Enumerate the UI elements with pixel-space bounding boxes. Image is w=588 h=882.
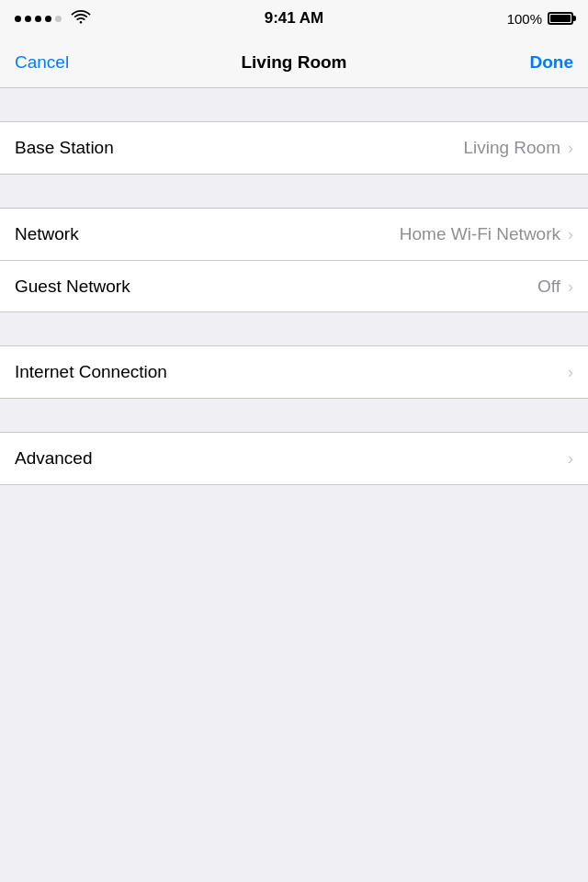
chevron-icon: › [568,226,573,243]
spacer-advanced [0,399,588,432]
internet-connection-group: Internet Connection › [0,345,588,399]
spacer-top [0,88,588,121]
spacer-internet [0,312,588,345]
advanced-row[interactable]: Advanced › [0,433,588,484]
base-station-label: Base Station [15,138,114,158]
advanced-group: Advanced › [0,432,588,485]
base-station-right: Living Room › [463,138,573,158]
navigation-bar: Cancel Living Room Done [0,37,588,88]
base-station-row[interactable]: Base Station Living Room › [0,122,588,174]
status-bar: 9:41 AM 100% [0,0,588,37]
cancel-button[interactable]: Cancel [15,52,69,73]
status-left [15,9,91,28]
network-label: Network [15,224,79,244]
guest-network-right: Off › [537,277,573,297]
chevron-icon: › [568,140,573,156]
internet-connection-right: › [568,364,573,380]
status-right: 100% [507,11,573,27]
battery-icon [548,12,573,25]
chevron-icon: › [568,364,573,380]
spacer-network [0,175,588,208]
base-station-value: Living Room [463,138,560,158]
status-time: 9:41 AM [265,9,324,28]
guest-network-value: Off [537,277,560,297]
chevron-icon: › [568,450,573,467]
guest-network-label: Guest Network [15,277,130,297]
network-right: Home Wi-Fi Network › [400,224,573,244]
network-group: Network Home Wi-Fi Network › Guest Netwo… [0,208,588,312]
signal-icon [15,16,62,22]
guest-network-row[interactable]: Guest Network Off › [0,260,588,311]
advanced-right: › [568,450,573,467]
wifi-icon [71,9,91,28]
internet-connection-label: Internet Connection [15,362,167,382]
battery-percent: 100% [507,11,542,27]
chevron-icon: › [568,278,573,295]
internet-connection-row[interactable]: Internet Connection › [0,346,588,398]
nav-title: Living Room [241,52,346,73]
bottom-spacer [0,485,588,882]
done-button[interactable]: Done [530,52,574,73]
advanced-label: Advanced [15,448,93,469]
network-value: Home Wi-Fi Network [400,224,560,244]
network-row[interactable]: Network Home Wi-Fi Network › [0,209,588,260]
base-station-group: Base Station Living Room › [0,121,588,175]
